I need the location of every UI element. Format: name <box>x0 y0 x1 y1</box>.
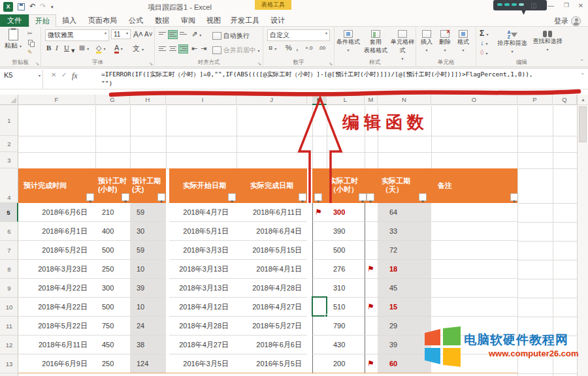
insert-function-icon[interactable]: fx <box>72 71 78 81</box>
column-header-I[interactable]: I <box>169 95 237 105</box>
cell-l-6[interactable]: 390 <box>327 222 365 241</box>
fill-handle[interactable] <box>325 314 328 317</box>
tab-view[interactable]: 视图 <box>201 14 226 27</box>
number-dialog-launcher-icon[interactable]: ⇘ <box>329 61 333 67</box>
cell-n-7[interactable]: 72 <box>378 241 431 260</box>
cell-l-8[interactable]: 276 <box>327 260 365 279</box>
cell-f-12[interactable]: 2018年6月11日 <box>18 336 95 354</box>
cell-mflag-10[interactable]: ⚑ <box>365 298 378 317</box>
percent-style-icon[interactable]: % <box>286 44 292 52</box>
minimize-icon[interactable]: — <box>545 2 557 9</box>
cell-h-5[interactable]: 59 <box>130 203 166 222</box>
cell-mflag-8[interactable]: ⚑ <box>365 260 378 279</box>
cell-gap-6[interactable] <box>307 222 312 241</box>
cell-i-6[interactable]: 2018年5月1日 <box>169 222 237 241</box>
tab-home[interactable]: 开始 <box>29 14 56 27</box>
cell-h-9[interactable]: 39 <box>130 279 166 298</box>
filter-dropdown-icon[interactable] <box>299 193 306 201</box>
autosum-icon[interactable]: Σ ▾ <box>480 29 489 38</box>
column-header-K[interactable]: K <box>312 95 327 105</box>
cell-gap-7[interactable] <box>307 241 312 260</box>
cell-gap-7[interactable] <box>431 241 517 260</box>
cell-f-11[interactable]: 2018年5月22日 <box>18 317 95 336</box>
cell-l-7[interactable]: 500 <box>327 241 365 260</box>
filter-dropdown-icon[interactable] <box>510 193 518 201</box>
align-middle-icon[interactable] <box>169 31 177 39</box>
tab-insert[interactable]: 插入 <box>56 14 82 27</box>
cell-n-10[interactable]: 15 <box>378 298 431 317</box>
cell-kflag-9[interactable] <box>312 279 327 298</box>
cell-gap-5[interactable] <box>307 203 312 222</box>
row-header-3[interactable]: 3 <box>0 152 18 168</box>
font-dialog-launcher-icon[interactable]: ⇘ <box>149 61 153 67</box>
cell-f-7[interactable]: 2018年5月2日 <box>18 241 95 260</box>
cell-f-9[interactable]: 2018年4月22日 <box>18 279 95 298</box>
align-top-icon[interactable] <box>158 31 167 39</box>
paste-button[interactable]: 粘贴 ▾ <box>3 29 24 50</box>
restore-icon[interactable]: ❐ <box>561 2 572 8</box>
cell-kflag-12[interactable] <box>312 336 327 354</box>
grow-font-icon[interactable]: A˄ <box>133 30 143 39</box>
cell-n-9[interactable]: 45 <box>378 279 431 298</box>
scrollbar-thumb[interactable] <box>579 106 587 142</box>
column-header-J[interactable]: J <box>237 95 307 105</box>
filter-dropdown-icon[interactable] <box>359 193 367 201</box>
cell-g-8[interactable]: 250 <box>95 260 130 279</box>
tab-developer[interactable]: 开发工具 <box>226 14 264 27</box>
column-header-O[interactable]: O <box>431 95 517 105</box>
close-icon[interactable]: ✕ <box>575 2 587 9</box>
cell-kflag-5[interactable]: ⚑ <box>312 203 327 222</box>
cell-f-10[interactable]: 2018年4月22日 <box>18 298 95 317</box>
cell-h-11[interactable]: 24 <box>130 317 166 336</box>
undo-icon[interactable]: ↶ <box>29 2 35 10</box>
cell-g-7[interactable]: 500 <box>95 241 130 260</box>
cell-j-13[interactable]: 2016年5月5日 <box>237 354 307 373</box>
row-header-5[interactable]: 5 <box>0 203 18 222</box>
cell-l-11[interactable]: 790 <box>327 317 365 336</box>
cell-gap-12[interactable] <box>307 336 312 354</box>
fill-icon[interactable]: ↓ ▾ <box>480 39 488 46</box>
font-color-icon[interactable]: A ▾ <box>114 44 123 52</box>
increase-decimal-icon[interactable]: +.0 <box>305 45 312 51</box>
excel-app-icon[interactable]: X <box>3 2 13 12</box>
copy-icon[interactable] <box>28 40 33 45</box>
tab-file[interactable]: 文件 <box>0 14 29 27</box>
clipboard-dialog-launcher-icon[interactable]: ⇘ <box>35 61 39 67</box>
row-header-10[interactable]: 10 <box>0 298 18 317</box>
borders-icon[interactable]: ⊞ ▾ <box>79 44 89 52</box>
insert-cells-button[interactable]: 插入▾ <box>417 30 436 53</box>
shrink-font-icon[interactable]: A˅ <box>144 31 153 38</box>
filter-dropdown-icon[interactable] <box>367 193 374 201</box>
cell-l-5[interactable]: 300 <box>327 203 365 222</box>
cell-l-10[interactable]: 510 <box>327 298 365 317</box>
account-avatar[interactable] <box>571 16 581 26</box>
filter-dropdown-icon[interactable] <box>228 193 236 201</box>
cell-kflag-8[interactable] <box>312 260 327 279</box>
cell-h-6[interactable]: 30 <box>130 222 166 241</box>
italic-button[interactable]: I <box>56 44 58 52</box>
row-header-2[interactable]: 2 <box>0 136 18 152</box>
cell-l-13[interactable]: 200 <box>327 354 365 373</box>
column-header-P[interactable]: P <box>517 95 553 105</box>
cell-j-6[interactable]: 2018年6月4日 <box>237 222 307 241</box>
cell-gap-6[interactable] <box>431 222 517 241</box>
cell-l-12[interactable]: 430 <box>327 336 365 354</box>
tab-design[interactable]: 设计 <box>264 14 291 27</box>
collapse-ribbon-icon[interactable]: ⌃ <box>580 59 584 65</box>
phonetic-guide-icon[interactable]: 文 ▾ <box>133 44 144 54</box>
cell-gap-9[interactable] <box>307 279 312 298</box>
underline-dropdown-icon[interactable]: ▾ <box>71 46 75 55</box>
cell-j-11[interactable]: 2018年5月27日 <box>237 317 307 336</box>
name-box[interactable]: K5▾ <box>1 70 43 89</box>
align-left-icon[interactable] <box>158 45 167 53</box>
column-header-F[interactable]: F <box>18 95 95 105</box>
cell-gap-9[interactable] <box>431 279 517 298</box>
cell-mflag-7[interactable] <box>365 241 378 260</box>
number-format-select[interactable]: 自定义▾ <box>267 29 330 41</box>
cell-gap-8[interactable] <box>307 260 312 279</box>
cell-j-7[interactable]: 2018年5月15日 <box>237 241 307 260</box>
conditional-formatting-button[interactable]: 条件格式▾ <box>335 30 362 53</box>
cell-i-8[interactable]: 2018年3月13日 <box>169 260 237 279</box>
row-header-8[interactable]: 8 <box>0 260 18 279</box>
row-header-1[interactable]: 1 <box>0 106 18 136</box>
